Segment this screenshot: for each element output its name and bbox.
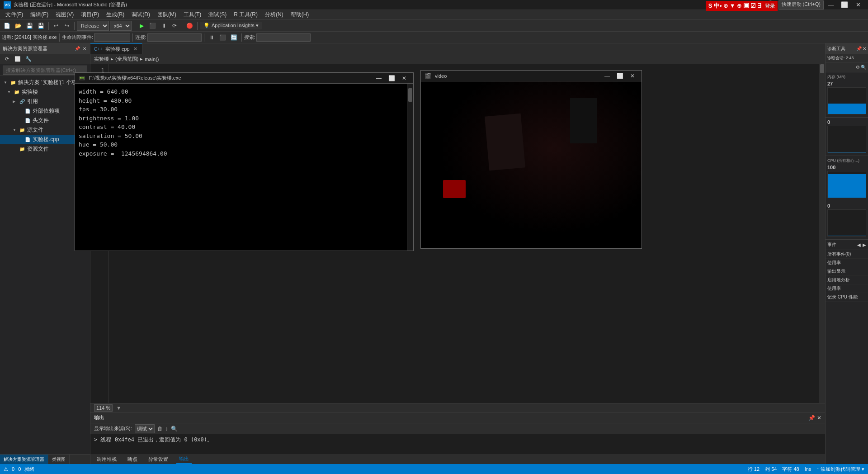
console-minimize-btn[interactable]: —	[373, 74, 384, 83]
menu-debug[interactable]: 调试(D)	[128, 10, 154, 19]
output-panel-footer: 调用堆栈 断点 异常设置 输出	[90, 454, 825, 464]
toolbar-open[interactable]: 📂	[13, 21, 24, 31]
app-insights[interactable]: 💡 Application Insights ▾	[200, 22, 262, 29]
sep3	[134, 22, 134, 30]
diag-cpu-record[interactable]: 记录 CPU 性能	[826, 293, 868, 302]
diag-settings-btn[interactable]: ⚙	[856, 65, 860, 70]
menu-project[interactable]: 项目(P)	[77, 10, 103, 19]
tab-exceptions[interactable]: 异常设置	[146, 455, 171, 464]
output-source-select[interactable]: 调试 生成	[135, 424, 155, 433]
toolbar-save[interactable]: 💾	[24, 21, 35, 31]
sep4	[182, 22, 182, 30]
debug-stop-btn[interactable]: ⬛	[217, 33, 228, 43]
output-find-btn[interactable]: 🔍	[171, 426, 178, 432]
events-next-btn[interactable]: ▶	[863, 242, 866, 247]
cpp-icon: 📄	[24, 137, 31, 143]
debug-pause-btn[interactable]: ⏸	[207, 33, 217, 43]
output-pin-btn[interactable]: 📌	[808, 415, 815, 421]
se-properties-btn[interactable]: 🔧	[24, 54, 33, 64]
diag-mem-chart	[827, 87, 866, 114]
toolbar-stop[interactable]: ⬛	[147, 21, 158, 31]
toolbar-undo[interactable]: ↩	[51, 21, 61, 31]
console-line-4: brightness = 1.00	[79, 114, 403, 123]
se-close-btn[interactable]: ✕	[82, 46, 87, 51]
lifecycle-dropdown[interactable]	[94, 33, 130, 42]
toolbar-redo[interactable]: ↪	[62, 21, 72, 31]
menu-rtools[interactable]: R 工具(R)	[230, 10, 261, 19]
menu-tools[interactable]: 工具(T)	[180, 10, 205, 19]
debug-restart-btn[interactable]: 🔄	[229, 33, 239, 43]
diag-close-btn[interactable]: ✕	[863, 46, 866, 51]
menu-edit[interactable]: 编辑(E)	[27, 10, 52, 19]
diag-pin-btn[interactable]: 📌	[856, 46, 862, 51]
menu-team[interactable]: 团队(M)	[154, 10, 180, 19]
video-shape-person	[485, 114, 525, 171]
menu-file[interactable]: 文件(F)	[2, 10, 27, 19]
video-close-btn[interactable]: ✕	[627, 71, 638, 81]
toolbar-start-debug[interactable]: ▶	[137, 21, 146, 31]
diag-cpu-section: CPU (所有核心...) 100	[826, 156, 868, 201]
se-sync-btn[interactable]: ⟳	[2, 54, 12, 64]
menu-analyze[interactable]: 分析(N)	[261, 10, 287, 19]
res-label: 资源文件	[27, 145, 49, 153]
status-char: 字符 48	[782, 466, 799, 473]
output-source-bar: 显示输出来源(S): 调试 生成 🗑 ↕ 🔍	[90, 423, 825, 434]
editor-scrollbar-thumb[interactable]	[820, 64, 824, 73]
diag-cpu-value: 100	[827, 165, 866, 170]
output-wrap-btn[interactable]: ↕	[165, 426, 168, 432]
console-scrollbar[interactable]	[407, 84, 413, 251]
tab-output[interactable]: 输出	[176, 455, 192, 464]
diag-heap-analysis[interactable]: 启用堆分析	[826, 276, 868, 284]
status-left: ⚠ 0 0 就绪	[4, 466, 34, 473]
se-pin-btn[interactable]: 📌	[74, 46, 81, 51]
diagnostics-header: 诊断工具 📌 ✕	[826, 43, 868, 54]
output-clear-btn[interactable]: 🗑	[157, 426, 163, 432]
tab-main-cpp[interactable]: C++ 实验楼.cpp ✕	[90, 43, 142, 54]
output-close-btn[interactable]: ✕	[817, 415, 821, 421]
login-text[interactable]: 登录	[765, 3, 775, 9]
console-maximize-btn[interactable]: ⬜	[386, 74, 397, 83]
status-add-code[interactable]: ↑ 添加到源代码管理 ▾	[816, 466, 864, 473]
menu-help[interactable]: 帮助(H)	[287, 10, 313, 19]
video-maximize-btn[interactable]: ⬜	[614, 71, 625, 81]
left-bottom-tabs: 解决方案资源管理器 类视图	[0, 454, 90, 464]
toolbar-new[interactable]: 📄	[2, 21, 12, 31]
video-window: 🎬 video — ⬜ ✕	[420, 70, 642, 249]
editor-scrollbar[interactable]	[819, 64, 825, 403]
tab-callstack[interactable]: 调用堆栈	[94, 455, 119, 464]
diag-output-display[interactable]: 输出显示	[826, 267, 868, 276]
menu-build[interactable]: 生成(B)	[103, 10, 128, 19]
zoom-label[interactable]: 114 %	[94, 404, 113, 412]
tab-solution-explorer[interactable]: 解决方案资源管理器	[0, 455, 48, 464]
se-collapse-btn[interactable]: ⬜	[13, 54, 23, 64]
minimize-button[interactable]: —	[825, 0, 837, 9]
toolbar-restart[interactable]: ⟳	[170, 21, 179, 31]
video-win-btns: — ⬜ ✕	[602, 71, 638, 81]
toolbar-save-all[interactable]: 💾	[36, 21, 46, 31]
tab-class-view[interactable]: 类视图	[48, 455, 70, 464]
connection-dropdown[interactable]	[147, 33, 202, 42]
console-scrollbar-thumb[interactable]	[408, 88, 412, 102]
platform-dropdown[interactable]: x64 x86	[110, 21, 132, 31]
tab-se-label: 解决方案资源管理器	[4, 456, 44, 463]
menu-view[interactable]: 视图(V)	[52, 10, 77, 19]
config-dropdown[interactable]: Release Debug	[77, 21, 109, 31]
video-minimize-btn[interactable]: —	[602, 71, 613, 81]
console-close-btn[interactable]: ✕	[399, 74, 410, 83]
status-row: 行 12	[748, 466, 760, 473]
close-button[interactable]: ✕	[852, 0, 864, 9]
toolbar-bp[interactable]: 🔴	[184, 21, 195, 31]
lifecycle-label: 生命周期事件:	[62, 34, 93, 41]
search-input[interactable]	[256, 33, 311, 42]
status-col: 列 54	[765, 466, 777, 473]
toolbar-pause[interactable]: ⏸	[159, 21, 169, 31]
tab-breakpoints[interactable]: 断点	[125, 455, 140, 464]
s-logo-area: S 中• ⊙ ▼ ⊕ ▣ ☑ ∃ 登录	[706, 1, 778, 11]
refs-icon: 🔗	[19, 99, 25, 105]
menu-test[interactable]: 测试(S)	[205, 10, 230, 19]
events-prev-btn[interactable]: ◀	[857, 242, 861, 247]
maximize-button[interactable]: ⬜	[838, 0, 851, 9]
tab-cpp-close[interactable]: ✕	[132, 46, 138, 52]
diag-zoom-btn[interactable]: 🔍	[861, 65, 866, 70]
quick-launch[interactable]: 快速启动 (Ctrl+Q)	[778, 0, 824, 9]
